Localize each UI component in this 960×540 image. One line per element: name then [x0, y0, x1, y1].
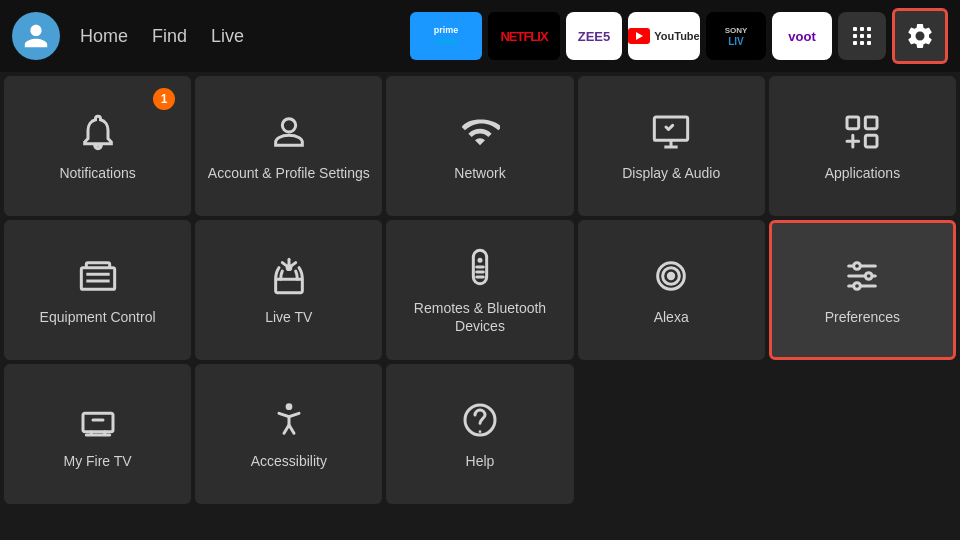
svg-rect-4 — [860, 34, 864, 38]
svg-rect-11 — [847, 117, 859, 129]
grid-remotes[interactable]: Remotes & Bluetooth Devices — [386, 220, 573, 360]
svg-rect-3 — [853, 34, 857, 38]
app-grid[interactable] — [838, 12, 886, 60]
app-voot[interactable]: voot — [772, 12, 832, 60]
svg-point-28 — [479, 430, 482, 433]
svg-point-9 — [282, 119, 295, 132]
svg-rect-6 — [853, 41, 857, 45]
app-sonyliv[interactable]: SONY LIV — [706, 12, 766, 60]
alexa-label: Alexa — [654, 308, 689, 326]
svg-rect-1 — [860, 27, 864, 31]
svg-rect-14 — [81, 268, 114, 290]
applications-icon — [840, 110, 884, 154]
svg-rect-5 — [867, 34, 871, 38]
remotes-label: Remotes & Bluetooth Devices — [394, 299, 565, 335]
svg-point-21 — [667, 272, 675, 280]
svg-rect-2 — [867, 27, 871, 31]
accessibility-icon — [267, 398, 311, 442]
accessibility-label: Accessibility — [251, 452, 327, 470]
grid-myfiretv[interactable]: My Fire TV — [4, 364, 191, 504]
avatar[interactable] — [12, 12, 60, 60]
svg-rect-16 — [275, 279, 302, 292]
svg-point-22 — [854, 263, 861, 270]
applications-label: Applications — [825, 164, 901, 182]
svg-rect-13 — [866, 135, 878, 147]
grid-display[interactable]: Display & Audio — [578, 76, 765, 216]
svg-point-15 — [285, 264, 292, 271]
app-prime[interactable]: prime video — [410, 12, 482, 60]
svg-point-24 — [854, 283, 861, 290]
display-icon — [649, 110, 693, 154]
grid-applications[interactable]: Applications — [769, 76, 956, 216]
app-zee[interactable]: ZEE5 — [566, 12, 622, 60]
svg-point-18 — [477, 258, 482, 263]
nav-home[interactable]: Home — [80, 26, 128, 47]
topbar: Home Find Live prime video NETFLIX ZEE5 … — [0, 0, 960, 72]
svg-rect-7 — [860, 41, 864, 45]
grid-account[interactable]: Account & Profile Settings — [195, 76, 382, 216]
preferences-icon — [840, 254, 884, 298]
help-label: Help — [466, 452, 495, 470]
svg-rect-8 — [867, 41, 871, 45]
account-label: Account & Profile Settings — [208, 164, 370, 182]
network-label: Network — [454, 164, 505, 182]
grid-alexa[interactable]: Alexa — [578, 220, 765, 360]
svg-rect-25 — [83, 413, 113, 431]
livetv-icon — [267, 254, 311, 298]
livetv-label: Live TV — [265, 308, 312, 326]
notifications-icon — [76, 110, 120, 154]
svg-rect-0 — [853, 27, 857, 31]
svg-rect-12 — [866, 117, 878, 129]
account-icon — [267, 110, 311, 154]
remotes-icon — [458, 245, 502, 289]
grid-accessibility[interactable]: Accessibility — [195, 364, 382, 504]
nav-live[interactable]: Live — [211, 26, 244, 47]
grid-preferences[interactable]: Preferences — [769, 220, 956, 360]
svg-point-26 — [285, 403, 292, 410]
settings-grid: 1 Notifications Account & Profile Settin… — [0, 72, 960, 508]
svg-point-23 — [866, 273, 873, 280]
app-youtube[interactable]: YouTube — [628, 12, 700, 60]
grid-help[interactable]: Help — [386, 364, 573, 504]
myfiretv-icon — [76, 398, 120, 442]
app-netflix[interactable]: NETFLIX — [488, 12, 560, 60]
nav-links: Home Find Live — [80, 26, 244, 47]
display-label: Display & Audio — [622, 164, 720, 182]
grid-notifications[interactable]: 1 Notifications — [4, 76, 191, 216]
grid-livetv[interactable]: Live TV — [195, 220, 382, 360]
grid-equipment[interactable]: Equipment Control — [4, 220, 191, 360]
settings-button[interactable] — [892, 8, 948, 64]
alexa-icon — [649, 254, 693, 298]
app-icons: prime video NETFLIX ZEE5 YouTube SONY LI… — [410, 8, 948, 64]
notifications-label: Notifications — [59, 164, 135, 182]
notifications-badge: 1 — [153, 88, 175, 110]
grid-network[interactable]: Network — [386, 76, 573, 216]
network-icon — [458, 110, 502, 154]
equipment-icon — [76, 254, 120, 298]
myfiretv-label: My Fire TV — [63, 452, 131, 470]
help-icon — [458, 398, 502, 442]
nav-find[interactable]: Find — [152, 26, 187, 47]
equipment-label: Equipment Control — [40, 308, 156, 326]
preferences-label: Preferences — [825, 308, 900, 326]
